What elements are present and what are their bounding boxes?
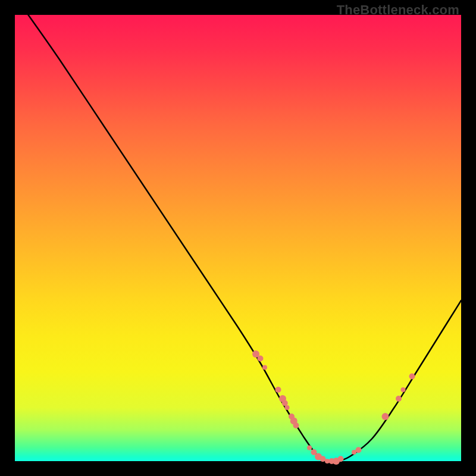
data-marker [293, 422, 299, 428]
plot-area [15, 15, 461, 461]
data-marker [285, 405, 290, 410]
data-marker [262, 365, 267, 370]
data-marker [282, 400, 288, 406]
data-marker [409, 374, 415, 380]
chart-frame: TheBottleneck.com [0, 0, 476, 476]
data-marker [396, 396, 402, 402]
data-marker [401, 387, 406, 392]
data-marker [320, 456, 326, 462]
data-marker [258, 356, 264, 362]
curve-layer [29, 15, 462, 462]
data-marker [356, 447, 362, 453]
watermark-text: TheBottleneck.com [337, 2, 459, 18]
data-marker [338, 456, 344, 462]
chart-svg [15, 15, 461, 461]
marker-layer [252, 350, 415, 465]
data-marker [275, 387, 281, 393]
data-marker [307, 446, 312, 450]
bottleneck-curve-line [29, 15, 462, 462]
data-marker [382, 413, 389, 420]
